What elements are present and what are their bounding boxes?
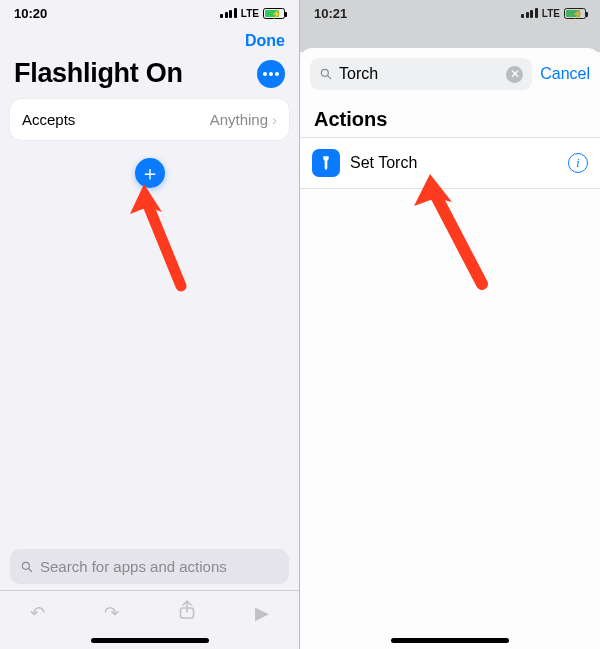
info-button[interactable]: i (568, 153, 588, 173)
battery-icon: ⚡ (263, 8, 285, 19)
search-query: Torch (339, 65, 378, 83)
action-search-field[interactable]: Search for apps and actions (10, 549, 289, 584)
shortcut-title[interactable]: Flashlight On (14, 58, 183, 89)
bottom-area: Search for apps and actions ↶ ↷ ▶ (0, 549, 299, 649)
more-button[interactable] (257, 60, 285, 88)
cancel-button[interactable]: Cancel (540, 65, 590, 83)
shortcut-editor-screen: 10:20 LTE ⚡ Done Flashlight On Accepts A… (0, 0, 300, 649)
annotation-arrow (126, 178, 216, 302)
redo-button[interactable]: ↷ (104, 602, 119, 624)
status-right: LTE ⚡ (220, 8, 285, 19)
accepts-value: Anything › (210, 111, 277, 128)
svg-marker-0 (130, 184, 162, 214)
accepts-row[interactable]: Accepts Anything › (10, 99, 289, 140)
svg-point-1 (22, 562, 29, 569)
undo-button[interactable]: ↶ (30, 602, 45, 624)
run-button[interactable]: ▶ (255, 602, 269, 624)
search-sheet: Torch ✕ Cancel Actions Set Torch i (300, 48, 600, 649)
action-set-torch[interactable]: Set Torch i (300, 138, 600, 189)
svg-point-4 (321, 69, 328, 76)
clear-search-button[interactable]: ✕ (506, 66, 523, 83)
chevron-right-icon: › (272, 111, 277, 128)
home-indicator (391, 638, 509, 643)
status-bar: 10:20 LTE ⚡ (0, 0, 299, 26)
add-action-button[interactable]: ＋ (135, 158, 165, 188)
done-button[interactable]: Done (245, 32, 285, 50)
nav-bar: Done (0, 26, 299, 54)
background-dim (300, 0, 600, 52)
action-picker-screen: 10:21 LTE ⚡ Torch ✕ Cancel Actions (300, 0, 600, 649)
title-bar: Flashlight On (0, 54, 299, 99)
search-row: Torch ✕ Cancel (300, 48, 600, 98)
svg-line-2 (29, 568, 32, 571)
search-icon (20, 560, 34, 574)
search-field[interactable]: Torch ✕ (310, 58, 532, 90)
home-indicator (91, 638, 209, 643)
share-button[interactable] (178, 600, 196, 625)
accepts-label: Accepts (22, 111, 75, 128)
action-label: Set Torch (350, 154, 417, 172)
svg-line-5 (328, 76, 331, 79)
signal-icon (220, 8, 237, 18)
search-placeholder: Search for apps and actions (40, 558, 227, 575)
toolbar: ↶ ↷ ▶ (0, 590, 299, 634)
network-label: LTE (241, 8, 259, 19)
status-time: 10:20 (14, 6, 47, 21)
section-header-actions: Actions (300, 98, 600, 138)
search-icon (319, 67, 333, 81)
torch-icon (312, 149, 340, 177)
